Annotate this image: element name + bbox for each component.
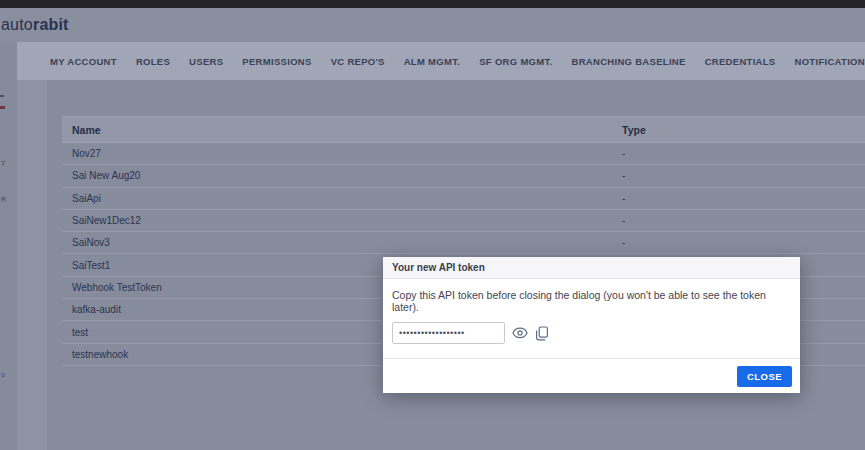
- table-header-row: Name Type: [62, 116, 865, 143]
- nav-tab[interactable]: CREDENTIALS: [705, 56, 776, 67]
- dialog-footer: CLOSE: [383, 358, 800, 393]
- window-top-bar: [0, 0, 865, 8]
- copy-icon: [535, 326, 549, 341]
- table-row[interactable]: SaiNov3 -: [62, 232, 865, 254]
- dialog-message: Copy this API token before closing the d…: [392, 289, 791, 313]
- new-api-token-dialog: Your new API token Copy this API token b…: [383, 257, 800, 393]
- column-header-name: Name: [62, 124, 101, 136]
- copy-token-button[interactable]: [535, 326, 549, 341]
- token-name-cell: Nov27: [62, 148, 101, 159]
- content-left-gutter: [17, 80, 47, 450]
- sidebar-item-truncated[interactable]: o: [1, 371, 5, 378]
- settings-nav-tabs: MY ACCOUNTROLESUSERSPERMISSIONSVC REPO'S…: [17, 42, 865, 80]
- dialog-title-bar: Your new API token: [383, 257, 800, 279]
- token-name-cell: SaiApi: [62, 193, 101, 204]
- app-window: autorabit TRo MY ACCOUNTROLESUSERSPERMIS…: [0, 0, 865, 450]
- token-name-cell: Webhook TestToken: [62, 282, 162, 293]
- column-header-type: Type: [622, 124, 646, 136]
- token-name-cell: SaiTest1: [62, 260, 110, 271]
- token-name-cell: test: [62, 327, 88, 338]
- api-token-input[interactable]: [392, 322, 505, 344]
- dialog-body: Copy this API token before closing the d…: [383, 279, 800, 344]
- table-row[interactable]: Nov27 -: [62, 143, 865, 165]
- eye-icon: [512, 327, 528, 339]
- sidebar-item-truncated[interactable]: R: [1, 196, 6, 203]
- token-name-cell: SaiNew1Dec12: [62, 215, 141, 226]
- token-type-cell: -: [622, 237, 625, 248]
- nav-tab[interactable]: MY ACCOUNT: [50, 56, 117, 67]
- logo-text-auto: auto: [1, 16, 33, 33]
- nav-tab[interactable]: ROLES: [136, 56, 170, 67]
- table-row[interactable]: SaiApi -: [62, 188, 865, 210]
- token-name-cell: testnewhook: [62, 349, 128, 360]
- nav-tab[interactable]: VC REPO'S: [331, 56, 385, 67]
- close-button[interactable]: CLOSE: [737, 366, 792, 387]
- token-type-cell: -: [622, 215, 625, 226]
- nav-tab[interactable]: SF ORG MGMT.: [479, 56, 552, 67]
- logo-text-rabit: rabit: [33, 16, 69, 33]
- token-field-row: [392, 322, 791, 344]
- nav-tab[interactable]: PERMISSIONS: [242, 56, 311, 67]
- table-row[interactable]: Sai New Aug20 -: [62, 165, 865, 187]
- app-header: autorabit: [0, 8, 865, 42]
- token-name-cell: SaiNov3: [62, 237, 110, 248]
- token-name-cell: kafka-audit: [62, 304, 121, 315]
- token-type-cell: -: [622, 148, 625, 159]
- sidebar-items: TRo: [0, 42, 17, 450]
- nav-tab[interactable]: USERS: [189, 56, 223, 67]
- token-name-cell: Sai New Aug20: [62, 170, 140, 181]
- autorabit-logo[interactable]: autorabit: [1, 16, 69, 34]
- dialog-title: Your new API token: [392, 262, 485, 273]
- view-token-button[interactable]: [512, 327, 528, 339]
- token-type-cell: -: [622, 193, 625, 204]
- left-sidebar-truncated: TRo: [0, 42, 17, 450]
- table-row[interactable]: SaiNew1Dec12 -: [62, 210, 865, 232]
- sidebar-item-truncated[interactable]: T: [1, 160, 5, 167]
- nav-tab[interactable]: ALM MGMT.: [404, 56, 461, 67]
- nav-tab[interactable]: NOTIFICATIONS: [795, 56, 865, 67]
- token-type-cell: -: [622, 170, 625, 181]
- nav-tab[interactable]: BRANCHING BASELINE: [572, 56, 686, 67]
